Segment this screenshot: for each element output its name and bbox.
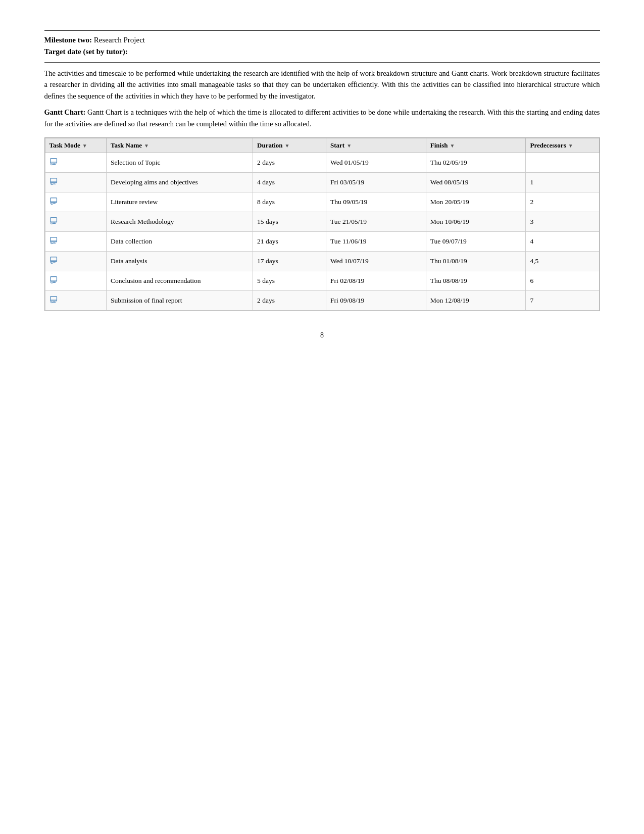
- finish-cell: Mon 20/05/19: [426, 192, 526, 212]
- col-header-finish[interactable]: Finish ▼: [426, 138, 526, 153]
- finish-cell: Thu 02/05/19: [426, 153, 526, 173]
- task-mode-icon: [49, 295, 59, 304]
- duration-cell: 8 days: [253, 192, 326, 212]
- task-mode-cell: [45, 271, 107, 291]
- table-row: Conclusion and recommendation5 daysFri 0…: [45, 271, 599, 291]
- page-wrapper: Milestone two: Research Project Target d…: [44, 20, 600, 350]
- task-mode-icon: [49, 157, 59, 166]
- milestone-rest-label: Research Project: [92, 36, 145, 44]
- task-mode-icon: [49, 275, 59, 284]
- task-mode-icon: [49, 177, 59, 186]
- predecessors-cell: 3: [526, 212, 599, 232]
- body-paragraph-2: Gantt Chart: Gantt Chart is a techniques…: [44, 107, 600, 129]
- milestone-title: Milestone two: Research Project: [44, 36, 600, 44]
- duration-cell: 2 days: [253, 291, 326, 311]
- task-mode-cell: [45, 192, 107, 212]
- page-number: 8: [44, 331, 600, 339]
- predecessors-cell: 6: [526, 271, 599, 291]
- milestone-bold-label: Milestone two:: [44, 36, 92, 44]
- section-border: [44, 62, 600, 63]
- table-row: Data analysis17 daysWed 10/07/19Thu 01/0…: [45, 252, 599, 271]
- task-mode-cell: [45, 212, 107, 232]
- duration-cell: 15 days: [253, 212, 326, 232]
- col-header-duration[interactable]: Duration ▼: [253, 138, 326, 153]
- predecessors-cell: 4: [526, 232, 599, 252]
- gantt-table-wrapper: Task Mode ▼ Task Name ▼ Duration ▼: [44, 137, 600, 311]
- duration-cell: 4 days: [253, 173, 326, 192]
- duration-cell: 17 days: [253, 252, 326, 271]
- task-name-cell: Data collection: [107, 232, 253, 252]
- target-date-label: Target date (set by tutor):: [44, 47, 600, 56]
- start-cell: Wed 10/07/19: [326, 252, 426, 271]
- sort-arrow-predecessors: ▼: [568, 143, 573, 149]
- start-cell: Fri 03/05/19: [326, 173, 426, 192]
- task-name-cell: Literature review: [107, 192, 253, 212]
- task-name-cell: Developing aims and objectives: [107, 173, 253, 192]
- sort-arrow-task-mode: ▼: [82, 143, 87, 149]
- finish-cell: Wed 08/05/19: [426, 173, 526, 192]
- finish-cell: Mon 12/08/19: [426, 291, 526, 311]
- col-header-task-name[interactable]: Task Name ▼: [107, 138, 253, 153]
- start-cell: Fri 02/08/19: [326, 271, 426, 291]
- predecessors-cell: [526, 153, 599, 173]
- predecessors-cell: 2: [526, 192, 599, 212]
- start-cell: Tue 21/05/19: [326, 212, 426, 232]
- gantt-table: Task Mode ▼ Task Name ▼ Duration ▼: [45, 138, 600, 311]
- task-mode-cell: [45, 153, 107, 173]
- task-mode-cell: [45, 173, 107, 192]
- table-row: Selection of Topic2 daysWed 01/05/19Thu …: [45, 153, 599, 173]
- task-name-cell: Submission of final report: [107, 291, 253, 311]
- finish-cell: Mon 10/06/19: [426, 212, 526, 232]
- predecessors-cell: 7: [526, 291, 599, 311]
- task-name-cell: Selection of Topic: [107, 153, 253, 173]
- sort-arrow-task-name: ▼: [144, 143, 149, 149]
- task-mode-icon: [49, 197, 59, 206]
- col-header-start[interactable]: Start ▼: [326, 138, 426, 153]
- table-header-row: Task Mode ▼ Task Name ▼ Duration ▼: [45, 138, 599, 153]
- task-name-cell: Conclusion and recommendation: [107, 271, 253, 291]
- sort-arrow-duration: ▼: [285, 143, 290, 149]
- table-row: Developing aims and objectives4 daysFri …: [45, 173, 599, 192]
- task-name-cell: Research Methodology: [107, 212, 253, 232]
- task-mode-cell: [45, 291, 107, 311]
- table-row: Research Methodology15 daysTue 21/05/19M…: [45, 212, 599, 232]
- col-header-predecessors[interactable]: Predecessors ▼: [526, 138, 599, 153]
- duration-cell: 2 days: [253, 153, 326, 173]
- duration-cell: 5 days: [253, 271, 326, 291]
- task-mode-icon: [49, 236, 59, 245]
- finish-cell: Thu 01/08/19: [426, 252, 526, 271]
- start-cell: Tue 11/06/19: [326, 232, 426, 252]
- predecessors-cell: 4,5: [526, 252, 599, 271]
- task-mode-cell: [45, 252, 107, 271]
- table-row: Data collection21 daysTue 11/06/19Tue 09…: [45, 232, 599, 252]
- task-mode-icon: [49, 216, 59, 225]
- gantt-chart-label: Gantt Chart:: [44, 108, 86, 116]
- col-header-task-mode[interactable]: Task Mode ▼: [45, 138, 107, 153]
- start-cell: Wed 01/05/19: [326, 153, 426, 173]
- finish-cell: Thu 08/08/19: [426, 271, 526, 291]
- sort-arrow-start: ▼: [346, 143, 352, 149]
- start-cell: Thu 09/05/19: [326, 192, 426, 212]
- sort-arrow-finish: ▼: [450, 143, 455, 149]
- table-row: Literature review8 daysThu 09/05/19Mon 2…: [45, 192, 599, 212]
- table-row: Submission of final report2 daysFri 09/0…: [45, 291, 599, 311]
- task-mode-cell: [45, 232, 107, 252]
- start-cell: Fri 09/08/19: [326, 291, 426, 311]
- body-paragraph-1: The activities and timescale to be perfo…: [44, 68, 600, 102]
- task-mode-icon: [49, 256, 59, 265]
- duration-cell: 21 days: [253, 232, 326, 252]
- task-name-cell: Data analysis: [107, 252, 253, 271]
- predecessors-cell: 1: [526, 173, 599, 192]
- top-border: [44, 30, 600, 31]
- finish-cell: Tue 09/07/19: [426, 232, 526, 252]
